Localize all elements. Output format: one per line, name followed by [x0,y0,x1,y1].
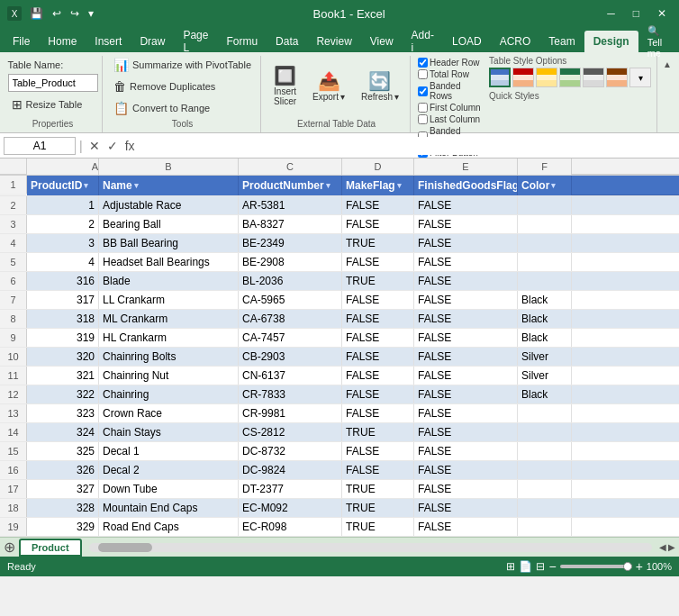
cell-makeflag[interactable]: TRUE [342,480,414,498]
tell-me[interactable]: 🔍 Tell me [638,31,672,52]
col-header-c[interactable]: C [239,159,342,175]
minimize-btn[interactable]: ─ [602,5,620,22]
cell-finishedgoodsflag[interactable]: FALSE [414,329,518,347]
tab-draw[interactable]: Draw [131,31,174,52]
cell-name[interactable]: Blade [99,272,239,290]
cell-color[interactable] [518,234,572,252]
cell-color[interactable]: Silver [518,348,572,366]
cell-name[interactable]: Adjustable Race [99,196,239,214]
cell-productnumber[interactable]: CS-2812 [239,423,342,441]
table-name-input[interactable] [8,74,98,92]
convert-to-range-btn[interactable]: 📋 Convert to Range [110,99,213,117]
scroll-left-btn[interactable]: ◀ [659,542,666,552]
style-swatch-2[interactable] [512,68,534,87]
cell-productnumber[interactable]: BE-2349 [239,234,342,252]
cell-makeflag[interactable]: FALSE [342,348,414,366]
cell-productnumber[interactable]: CR-7833 [239,385,342,403]
cell-color[interactable] [518,272,572,290]
cell-finishedgoodsflag[interactable]: FALSE [414,499,518,517]
cell-color[interactable]: Black [518,310,572,328]
cell-productnumber[interactable]: DC-8732 [239,442,342,460]
header-makeflag[interactable]: MakeFlag ▾ [342,176,414,195]
cell-makeflag[interactable]: FALSE [342,215,414,233]
cell-makeflag[interactable]: FALSE [342,404,414,422]
style-swatch-4[interactable] [559,68,581,87]
cell-makeflag[interactable]: TRUE [342,518,414,536]
cell-productid[interactable]: 318 [27,310,99,328]
cell-productnumber[interactable]: CA-6738 [239,310,342,328]
resize-table-btn[interactable]: ⊞ Resize Table [8,95,86,113]
cell-productid[interactable]: 322 [27,385,99,403]
cell-finishedgoodsflag[interactable]: FALSE [414,348,518,366]
cell-productnumber[interactable]: BL-2036 [239,272,342,290]
save-qat-btn[interactable]: 💾 [27,5,46,22]
cell-name[interactable]: ML Crankarm [99,310,239,328]
cell-productid[interactable]: 317 [27,291,99,309]
cell-productid[interactable]: 319 [27,329,99,347]
cell-name[interactable]: Decal 1 [99,442,239,460]
col-header-b[interactable]: B [99,159,239,175]
share-btn[interactable]: 👤 Share [671,31,679,52]
tab-load[interactable]: LOAD [443,31,491,52]
cell-productid[interactable]: 320 [27,348,99,366]
cell-makeflag[interactable]: FALSE [342,461,414,479]
cell-name[interactable]: Bearing Ball [99,215,239,233]
tab-acro[interactable]: ACRO [491,31,540,52]
cell-productid[interactable]: 325 [27,442,99,460]
cell-finishedgoodsflag[interactable]: FALSE [414,404,518,422]
ribbon-collapse-btn[interactable]: ▲ [659,58,675,71]
zoom-minus-btn[interactable]: − [548,559,556,574]
cell-productid[interactable]: 329 [27,518,99,536]
style-swatch-5[interactable] [583,68,604,87]
tab-team[interactable]: Team [539,31,584,52]
last-col-check[interactable]: Last Column [418,114,482,124]
style-swatch-3[interactable] [536,68,557,87]
cell-name[interactable]: Headset Ball Bearings [99,253,239,271]
export-btn[interactable]: 📤 Export▾ [307,68,350,105]
header-finishedgoodsflag[interactable]: FinishedGoodsFlag ▾ [414,176,518,195]
cell-productid[interactable]: 3 [27,234,99,252]
cell-makeflag[interactable]: FALSE [342,442,414,460]
cell-finishedgoodsflag[interactable]: FALSE [414,272,518,290]
summarize-pivottable-btn[interactable]: 📊 Summarize with PivotTable [110,56,255,74]
cell-color[interactable] [518,423,572,441]
view-page-break-btn[interactable]: ⊟ [536,560,545,573]
cell-productid[interactable]: 324 [27,423,99,441]
cell-name[interactable]: HL Crankarm [99,329,239,347]
tab-file[interactable]: File [4,31,39,52]
sheet-tab-product[interactable]: Product [19,539,82,557]
cell-color[interactable] [518,442,572,460]
close-btn[interactable]: ✕ [652,5,672,22]
cell-finishedgoodsflag[interactable]: FALSE [414,367,518,385]
style-swatch-arrow[interactable]: ▾ [629,68,651,87]
cell-finishedgoodsflag[interactable]: FALSE [414,480,518,498]
cell-finishedgoodsflag[interactable]: FALSE [414,291,518,309]
header-name[interactable]: Name ▾ [99,176,239,195]
cell-productid[interactable]: 327 [27,480,99,498]
cell-productid[interactable]: 4 [27,253,99,271]
cell-name[interactable]: Mountain End Caps [99,499,239,517]
cell-makeflag[interactable]: FALSE [342,310,414,328]
cell-finishedgoodsflag[interactable]: FALSE [414,215,518,233]
cell-makeflag[interactable]: TRUE [342,423,414,441]
cell-name[interactable]: Road End Caps [99,518,239,536]
cell-name[interactable]: Down Tube [99,480,239,498]
cell-color[interactable]: Black [518,385,572,403]
cell-productnumber[interactable]: BA-8327 [239,215,342,233]
header-row-check[interactable]: Header Row [418,58,482,68]
cell-productnumber[interactable]: CA-7457 [239,329,342,347]
cell-finishedgoodsflag[interactable]: FALSE [414,196,518,214]
refresh-btn[interactable]: 🔄 Refresh▾ [356,68,404,105]
cell-productnumber[interactable]: CB-2903 [239,348,342,366]
cell-productid[interactable]: 326 [27,461,99,479]
cell-color[interactable] [518,404,572,422]
zoom-slider[interactable] [560,565,632,568]
confirm-formula-btn[interactable]: ✓ [104,139,121,153]
cell-name[interactable]: Chainring [99,385,239,403]
cell-productnumber[interactable]: CA-5965 [239,291,342,309]
insert-function-btn[interactable]: fx [122,139,138,153]
cell-makeflag[interactable]: FALSE [342,329,414,347]
cell-makeflag[interactable]: TRUE [342,499,414,517]
cell-name[interactable]: Crown Race [99,404,239,422]
cell-color[interactable] [518,480,572,498]
